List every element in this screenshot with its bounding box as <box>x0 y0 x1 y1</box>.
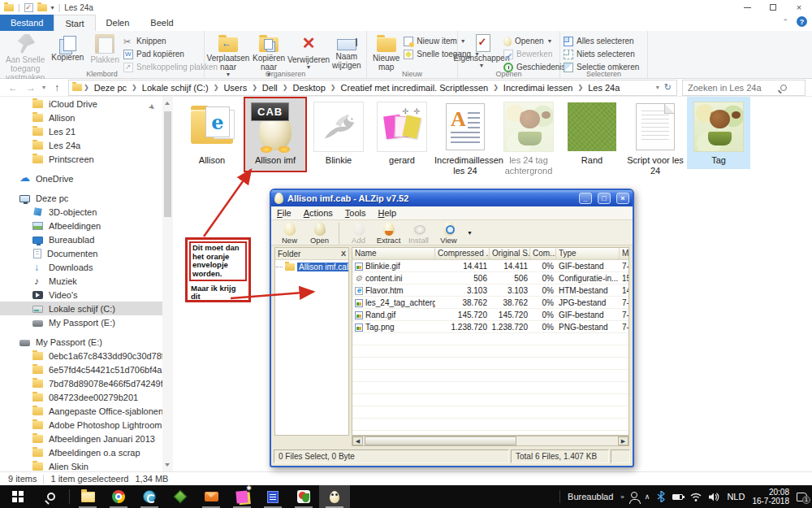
scroll-up-icon[interactable] <box>165 102 170 105</box>
close-button[interactable]: × <box>786 0 812 15</box>
people-icon[interactable] <box>631 492 637 498</box>
sidebar-item-lokale-schijf[interactable]: Lokale schijf (C:) <box>0 302 162 315</box>
minimize-button[interactable] <box>734 0 760 15</box>
properties-button[interactable]: Eigenschappen▼ <box>461 33 502 70</box>
file-tile-les24-tag-achtergrond[interactable]: les 24 tag achtergrond <box>497 97 560 176</box>
alzip-resize-grip[interactable] <box>611 449 630 463</box>
column-ratio[interactable]: Com... <box>530 248 556 260</box>
tab-start[interactable]: Start <box>54 15 95 31</box>
qat-new-folder-icon[interactable] <box>37 4 47 11</box>
delete-button[interactable]: ✕ Verwijderen▼ <box>289 33 328 72</box>
crumb-les-24a[interactable]: Les 24a <box>585 83 623 93</box>
crumb-deze-pc[interactable]: Deze pc <box>91 83 130 93</box>
alzip-menu-help[interactable]: Help <box>378 208 397 218</box>
sidebar-item-printscreen[interactable]: Printscreen <box>0 152 162 166</box>
sidebar-item-afbeeldingen[interactable]: Afbeeldingen <box>0 219 162 232</box>
copy-button[interactable]: Kopiëren <box>49 33 86 63</box>
sidebar-item-bureaublad[interactable]: Bureaublad <box>0 232 162 246</box>
scroll-down-icon[interactable] <box>165 463 170 467</box>
alzip-close-button[interactable]: × <box>616 193 629 204</box>
sidebar-item-les-24a[interactable]: Les 24a <box>0 138 162 152</box>
sidebar-item-3d-objecten[interactable]: 3D-objecten <box>0 205 162 219</box>
action-center-icon[interactable]: 1 <box>797 493 807 501</box>
toolbar-dropdown-icon[interactable]: ▼ <box>467 230 473 236</box>
maximize-button[interactable] <box>760 0 786 15</box>
alzip-extract-button[interactable]: Extract <box>374 221 404 245</box>
taskbar-search-button[interactable] <box>36 485 67 508</box>
crumb-users[interactable]: Users <box>220 83 250 93</box>
folder-panel-close-icon[interactable]: X <box>341 250 346 258</box>
archive-row-rand-gif[interactable]: Rand.gif 145.720 145.720 0% GIF-bestand … <box>352 309 628 321</box>
sidebar-item-hex-folder-3[interactable]: 7bd78d89078e466f5d74249f <box>0 376 162 390</box>
alzip-add-button[interactable]: Add <box>343 221 374 245</box>
sidebar-item-les-21[interactable]: Les 21 <box>0 124 162 138</box>
sidebar-item-hex-folder-1[interactable]: 0ebc1a67c8433dd90c30d78f550973 <box>0 349 162 363</box>
alzip-install-button[interactable]: Install <box>404 221 434 245</box>
sidebar-item-onedrive[interactable]: OneDrive <box>0 172 162 185</box>
copy-path-button[interactable]: Pad kopiëren <box>123 48 218 60</box>
crumb-dell[interactable]: Dell <box>259 83 281 93</box>
recent-locations-icon[interactable]: ▾ <box>42 84 45 91</box>
open-button[interactable]: Openen▼ <box>503 35 566 47</box>
taskbar-blue-app-button[interactable] <box>134 485 165 508</box>
desktop-toolbar-label[interactable]: Bureaublad <box>568 492 613 501</box>
alzip-menu-file[interactable]: File <box>277 208 292 218</box>
tab-beeld[interactable]: Beeld <box>140 15 184 31</box>
sidebar-scrollbar[interactable] <box>162 97 173 471</box>
rename-button[interactable]: Naam wijzigen <box>330 33 364 71</box>
tab-bestand[interactable]: Bestand <box>0 15 54 31</box>
forward-icon[interactable]: → <box>24 82 37 93</box>
crumb-lokale-schijf[interactable]: Lokale schijf (C:) <box>139 83 212 93</box>
sidebar-item-my-passport-root[interactable]: My Passport (E:) <box>0 335 162 349</box>
sidebar-item-office-sjablonen[interactable]: Aangepaste Office-sjablonen <box>0 404 162 418</box>
sidebar-item-muziek[interactable]: Muziek <box>0 274 162 288</box>
alzip-title-bar[interactable]: Allison imf.cab - ALZip v7.52 _ □ × <box>271 190 633 206</box>
column-type[interactable]: Type <box>556 248 620 260</box>
file-tile-gerard[interactable]: ✢ ✢ gerard <box>370 97 434 166</box>
alzip-new-button[interactable]: New <box>274 221 304 245</box>
qat-customize-icon[interactable]: ▾ <box>51 4 54 11</box>
column-name[interactable]: Name <box>352 248 435 260</box>
start-button[interactable] <box>0 485 36 508</box>
sidebar-item-afbeeldingen-scrap[interactable]: Afbeeldingen o.a scrap <box>0 445 162 459</box>
file-tile-allison-imf[interactable]: CAB Allison imf <box>244 97 307 172</box>
file-tile-tag[interactable]: Tag <box>687 97 750 169</box>
alzip-view-button[interactable]: View <box>434 221 464 245</box>
alzip-maximize-button[interactable]: □ <box>598 193 611 204</box>
column-original[interactable]: Original S... <box>490 248 530 260</box>
column-modified[interactable]: Mo <box>620 248 629 260</box>
up-icon[interactable]: ↑ <box>50 82 63 93</box>
hidden-icons-chevron[interactable]: ∧ <box>645 493 650 501</box>
collapse-ribbon-icon[interactable]: ⌃ <box>782 18 788 26</box>
back-icon[interactable]: ← <box>6 82 19 93</box>
paste-button[interactable]: Plakken <box>88 33 122 65</box>
taskbar-clock[interactable]: 20:08 16-7-2018 <box>752 488 789 506</box>
battery-icon[interactable] <box>672 494 683 500</box>
alzip-tree-root[interactable]: Allison imf.cab <box>275 260 348 274</box>
file-tile-incredimaillessen[interactable]: A Incredimaillessen les 24 <box>434 97 497 176</box>
sidebar-item-deze-pc[interactable]: Deze pc <box>0 191 162 205</box>
archive-row-content-ini[interactable]: content.ini 506 506 0% Configuratie-in..… <box>352 272 628 284</box>
alzip-menu-actions[interactable]: Actions <box>304 208 333 218</box>
file-tile-rand[interactable]: Rand <box>560 97 624 166</box>
sidebar-item-downloads[interactable]: Downloads <box>0 260 162 274</box>
scrollbar-thumb[interactable] <box>164 111 171 217</box>
file-tile-blinkie[interactable]: Blinkie <box>307 97 370 166</box>
archive-row-les24-tag[interactable]: les_24_tag_achtergro... 38.762 38.762 0%… <box>352 297 628 309</box>
alzip-menu-tools[interactable]: Tools <box>345 208 366 218</box>
taskbar-chrome-button[interactable] <box>103 485 134 508</box>
select-all-button[interactable]: Alles selecteren <box>564 35 639 47</box>
taskbar-paintshop-button[interactable] <box>288 485 319 508</box>
archive-row-blinkie[interactable]: Blinkie.gif 14.411 14.411 0% GIF-bestand… <box>352 260 628 272</box>
sidebar-item-icloud-drive[interactable]: iCloud Drive <box>0 97 162 111</box>
taskbar-incredimail-button[interactable] <box>196 485 227 508</box>
sidebar-item-hex-folder-2[interactable]: 6e57fd4c54421c51d706bf4a34c586 <box>0 363 162 376</box>
qat-properties-icon[interactable]: ✓ <box>24 3 33 12</box>
bluetooth-icon[interactable] <box>657 491 665 502</box>
sidebar-item-allison[interactable]: Allison <box>0 111 162 124</box>
taskbar-notes-button[interactable] <box>257 485 288 508</box>
taskbar-explorer-button[interactable] <box>72 485 103 508</box>
wifi-icon[interactable] <box>690 493 702 501</box>
archive-row-flavor-htm[interactable]: Flavor.htm 3.103 3.103 0% HTM-bestand 14… <box>352 284 628 297</box>
taskbar-green-app-button[interactable] <box>165 485 196 508</box>
